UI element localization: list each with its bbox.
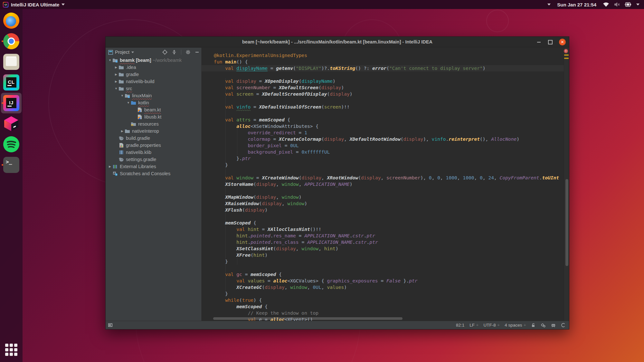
caret-position[interactable]: 82:1 [456,323,464,328]
tree-item-external-libraries[interactable]: ▶External Libraries [106,163,201,170]
tree-chevron-icon[interactable]: ▼ [126,101,131,104]
indent-widget[interactable]: 4 spaces÷ [505,323,526,328]
readonly-lock-icon[interactable] [531,323,535,328]
code-line-14[interactable]: colormap = XCreateColormap(display, XDef… [202,136,564,142]
tree-item-resources[interactable]: resources [106,120,201,128]
error-stripe[interactable]: ! [564,48,569,321]
horizontal-scrollbar[interactable] [213,317,402,320]
code-line-33[interactable]: } [202,258,564,265]
code-line-4[interactable] [202,71,564,78]
code-line-2[interactable]: fun main() { [202,59,564,65]
dock-item-files[interactable] [1,52,22,72]
code-line-19[interactable] [202,168,564,175]
project-panel-title[interactable]: Project [115,50,129,55]
code-line-28[interactable]: val hint = XAllocClassHint()!! [202,226,564,233]
code-line-9[interactable]: val vinfo = XDefaultVisualOfScreen(scree… [202,104,564,110]
code-line-31[interactable]: XSetClassHint(display, window, hint) [202,245,564,252]
collapse-all-icon[interactable] [172,50,177,55]
code-line-39[interactable]: while(true) { [202,297,564,303]
code-line-32[interactable]: XFree(hint) [202,252,564,258]
tree-item-gradle.properties[interactable]: gradle.properties [106,142,201,149]
dock-item-intellij-idea[interactable]: IJ [1,93,22,113]
line-separator-widget[interactable]: LF÷ [469,323,478,328]
tree-item-kotlin[interactable]: ▼kotlin [106,99,201,106]
code-line-22[interactable] [202,187,564,194]
tree-item-nativelib-build[interactable]: ▶nativelib-build [106,78,201,85]
code-line-26[interactable] [202,213,564,220]
volume-muted-icon[interactable] [614,2,620,7]
tree-item-scratches-and-consoles[interactable]: Scratches and Consoles [106,170,201,177]
tree-chevron-icon[interactable]: ▶ [114,73,118,76]
system-clock[interactable]: Sun Jan 27 21:54 [557,2,596,7]
minimize-button[interactable] [536,39,542,45]
code-editor[interactable]: @kotlin.ExperimentalUnsignedTypesfun mai… [202,48,569,321]
code-line-25[interactable]: XFlush(display) [202,207,564,213]
dock-item-firefox[interactable] [1,10,22,31]
tree-chevron-icon[interactable]: ▶ [108,165,112,168]
code-line-30[interactable]: hint.pointed.res_class = APPLICATION_NAM… [202,239,564,245]
tree-item-settings.gradle[interactable]: settings.gradle [106,156,201,163]
tree-chevron-icon[interactable]: ▶ [120,129,125,133]
tree-chevron-icon[interactable]: ▼ [114,87,118,90]
code-line-40[interactable]: memScoped { [202,303,564,310]
dock-item-jetbrains-toolbox[interactable] [1,113,22,134]
warning-stripe-mark[interactable] [564,58,569,59]
dock-item-chrome[interactable] [1,31,22,52]
toolwindow-switcher-icon[interactable] [108,323,112,327]
window-titlebar[interactable]: beam [~/work/beamk] - .../src/linuxMain/… [106,37,569,47]
tree-chevron-icon[interactable]: ▶ [114,66,118,69]
tree-item-beam.kt[interactable]: beam.kt [106,106,201,113]
battery-icon[interactable] [625,2,632,7]
tree-item-beamk[interactable]: ▼beamk [beam] ~/work/beamk [106,57,201,64]
tree-item-nativelib.klib[interactable]: nativelib.klib [106,149,201,156]
tree-item-gradle[interactable]: ▶gradle [106,71,201,78]
tree-item-.idea[interactable]: ▶.idea [106,64,201,71]
code-line-13[interactable]: override_redirect = 1 [202,129,564,136]
code-line-21[interactable]: XStoreName(display, window, APPLICATION_… [202,181,564,187]
tree-chevron-icon[interactable]: ▶ [114,80,118,83]
encoding-widget[interactable]: UTF-8÷ [484,323,500,328]
code-line-16[interactable]: background_pixel = 0xffffffUL [202,149,564,155]
chevron-down-icon[interactable] [547,4,551,5]
code-line-37[interactable]: XCreateGC(display, window, 0UL, values) [202,284,564,291]
chevron-down-icon[interactable] [131,52,134,53]
warning-stripe-mark[interactable] [564,54,569,56]
code-line-20[interactable]: val window = XCreateWindow(display, XRoo… [202,175,564,181]
code-line-17[interactable]: }.ptr [202,155,564,162]
code-line-35[interactable]: val gc = memScoped { [202,271,564,278]
code-line-24[interactable]: XRaiseWindow(display, window) [202,200,564,207]
hide-panel-icon[interactable] [195,50,199,54]
vertical-scrollbar[interactable] [565,179,568,266]
code-line-11[interactable]: val attrs = memScoped { [202,117,564,123]
close-button[interactable]: ✕ [559,39,566,45]
code-line-36[interactable]: val values = alloc<XGCValues> { graphics… [202,278,564,284]
tree-item-linuxmain[interactable]: ▼linuxMain [106,92,201,99]
code-line-27[interactable]: memScoped { [202,220,564,226]
wifi-icon[interactable] [603,2,609,7]
maximize-button[interactable] [547,39,553,45]
daemon-status-icon[interactable] [551,323,556,328]
gradle-sync-gears-icon[interactable] [541,323,546,328]
code-line-1[interactable]: @kotlin.ExperimentalUnsignedTypes [202,52,564,59]
tree-item-libusb.kt[interactable]: libusb.kt [106,113,201,120]
tree-item-src[interactable]: ▼src [106,85,201,92]
locate-file-icon[interactable] [162,50,167,55]
code-line-8[interactable] [202,97,564,104]
chevron-down-icon[interactable] [636,4,639,5]
settings-gear-icon[interactable] [185,50,191,55]
dock-item-clion[interactable]: CL [1,72,22,93]
code-line-23[interactable]: XMapWindow(display, window) [202,194,564,200]
error-indicator-badge[interactable]: ! [564,49,568,53]
tree-item-build.gradle[interactable]: build.gradle [106,135,201,142]
active-app-menu[interactable]: IntelliJ IDEA Ultimate [11,2,59,7]
code-line-6[interactable]: val screenNumber = XDefaultScreen(displa… [202,84,564,91]
tree-chevron-icon[interactable]: ▼ [108,59,112,62]
code-line-10[interactable] [202,110,564,117]
code-line-34[interactable] [202,265,564,271]
dock-item-spotify[interactable] [1,134,22,155]
notifications-icon[interactable] [561,323,566,328]
code-line-7[interactable]: val screen = XDefaultScreenOfDisplay(dis… [202,91,564,97]
code-line-15[interactable]: border_pixel = 0UL [202,142,564,149]
code-line-29[interactable]: hint.pointed.res_name = APPLICATION_NAME… [202,233,564,239]
code-line-5[interactable]: val display = XOpenDisplay(displayName) [202,78,564,84]
